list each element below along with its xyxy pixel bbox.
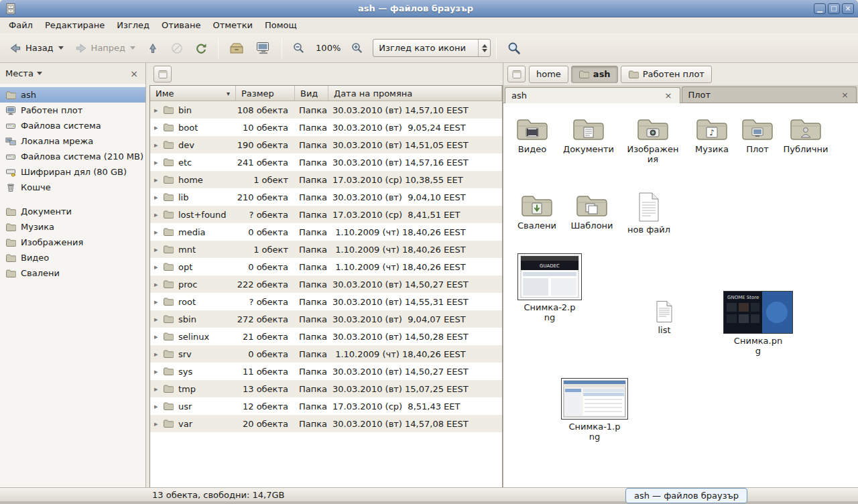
sidebar-item[interactable]: Свалени: [0, 265, 145, 281]
table-row[interactable]: ▸sys11 обектаПапка30.03.2010 (вт) 14,50,…: [150, 363, 502, 380]
path-button[interactable]: Работен плот: [621, 66, 712, 83]
location-toggle-button[interactable]: [507, 66, 526, 82]
minimize-button[interactable]: ▁: [814, 3, 826, 14]
location-toggle-button[interactable]: [154, 66, 172, 82]
expander-icon[interactable]: ▸: [154, 158, 163, 167]
sidebar-item[interactable]: ash: [0, 87, 145, 103]
table-row[interactable]: ▸proc222 обектаПапка30.03.2010 (вт) 14,5…: [150, 275, 502, 293]
home-button[interactable]: [224, 38, 249, 59]
tab-close-icon[interactable]: ×: [840, 90, 850, 100]
menu-item-0[interactable]: Файл: [3, 17, 39, 34]
menu-item-5[interactable]: Помощ: [259, 17, 303, 34]
table-row[interactable]: ▸usr12 обектаПапка17.03.2010 (ср) 8,51,4…: [150, 397, 502, 415]
table-row[interactable]: ▸media0 обектаПапка 1.10.2009 (чт) 18,40…: [150, 223, 502, 241]
search-button[interactable]: [502, 38, 526, 59]
sidebar-item[interactable]: Музика: [0, 219, 145, 235]
column-header[interactable]: Име▾: [150, 86, 236, 101]
expander-icon[interactable]: ▸: [154, 367, 163, 376]
maximize-button[interactable]: □: [828, 3, 840, 14]
menu-item-2[interactable]: Изглед: [111, 17, 156, 34]
titlebar[interactable]: ash — файлов браузър ▁ □ ×: [0, 0, 858, 17]
sidebar-item[interactable]: Файлова система (210 MB): [0, 149, 145, 164]
expander-icon[interactable]: ▸: [154, 193, 163, 202]
sidebar-item[interactable]: Шифриран дял (80 GB): [0, 164, 145, 180]
icon-view-item[interactable]: Снимка-1.png: [561, 378, 628, 442]
table-row[interactable]: ▸mnt1 обектПапка 1.10.2009 (чт) 18,40,26…: [150, 241, 502, 258]
expander-icon[interactable]: ▸: [154, 141, 163, 149]
back-history-dropdown-icon[interactable]: [58, 46, 64, 50]
table-row[interactable]: ▸dev190 обектаПапка30.03.2010 (вт) 14,51…: [150, 136, 502, 153]
expander-icon[interactable]: ▸: [154, 402, 163, 411]
expander-icon[interactable]: ▸: [154, 245, 163, 254]
menu-item-1[interactable]: Редактиране: [39, 17, 111, 34]
forward-history-dropdown-icon[interactable]: [130, 46, 135, 50]
icon-view-item[interactable]: GNOME StoreСнимка.png: [723, 291, 793, 357]
table-row[interactable]: ▸boot10 обектаПапка30.03.2010 (вт) 9,05,…: [150, 119, 502, 136]
close-button[interactable]: ×: [842, 3, 854, 14]
expander-icon[interactable]: ▸: [154, 228, 163, 237]
up-button[interactable]: [141, 38, 164, 58]
table-row[interactable]: ▸home1 обектПапка17.03.2010 (ср) 10,38,5…: [150, 171, 502, 188]
sidebar-item[interactable]: Документи: [0, 204, 145, 219]
table-row[interactable]: ▸sbin272 обектаПапка30.03.2010 (вт) 9,04…: [150, 310, 502, 328]
icon-view-item[interactable]: Изображения: [624, 115, 682, 165]
table-row[interactable]: ▸lib210 обектаПапка30.03.2010 (вт) 9,04,…: [150, 188, 502, 206]
tab[interactable]: Плот×: [682, 86, 857, 103]
sidebar-item[interactable]: Изображения: [0, 235, 145, 250]
computer-button[interactable]: [251, 38, 276, 59]
icon-view-item[interactable]: Документи: [560, 115, 617, 154]
sidebar-item[interactable]: Локална мрежа: [0, 133, 145, 149]
table-row[interactable]: ▸bin108 обектаПапка30.03.2010 (вт) 14,57…: [150, 101, 502, 119]
table-row[interactable]: ▸tmp13 обектаПапка30.03.2010 (вт) 15,07,…: [150, 380, 502, 397]
zoom-out-button[interactable]: [288, 38, 310, 58]
zoom-in-button[interactable]: [346, 38, 369, 58]
sidebar-item[interactable]: Файлова система: [0, 118, 145, 133]
icon-view-item[interactable]: Шаблони: [563, 192, 621, 231]
sidebar-close-button[interactable]: ×: [128, 68, 140, 79]
table-row[interactable]: ▸etc241 обектаПапка30.03.2010 (вт) 14,57…: [150, 153, 502, 171]
expander-icon[interactable]: ▸: [154, 280, 163, 289]
expander-icon[interactable]: ▸: [154, 263, 163, 271]
sidebar-item[interactable]: Видео: [0, 250, 145, 265]
icon-view-item[interactable]: нов файл: [620, 192, 678, 235]
expander-icon[interactable]: ▸: [154, 123, 163, 132]
expander-icon[interactable]: ▸: [154, 350, 163, 359]
expander-icon[interactable]: ▸: [154, 298, 163, 306]
back-button[interactable]: Назад: [4, 38, 68, 58]
icon-view-item[interactable]: Видео: [503, 115, 561, 154]
taskbar-window-button[interactable]: ash — файлов браузър: [625, 488, 747, 503]
table-row[interactable]: ▸var20 обектаПапка30.03.2010 (вт) 14,57,…: [150, 415, 502, 432]
table-row[interactable]: ▸lost+found? обектаПапка17.03.2010 (ср) …: [150, 206, 502, 223]
places-selector[interactable]: Места ×: [0, 63, 145, 84]
expander-icon[interactable]: ▸: [154, 315, 163, 324]
icon-view-item[interactable]: list: [648, 300, 681, 335]
expander-icon[interactable]: ▸: [154, 420, 163, 428]
reload-button[interactable]: [190, 38, 212, 58]
icon-view-item[interactable]: Свалени: [508, 192, 566, 231]
table-row[interactable]: ▸opt0 обектаПапка 1.10.2009 (чт) 18,40,2…: [150, 258, 502, 275]
path-button[interactable]: ash: [571, 66, 618, 83]
expander-icon[interactable]: ▸: [154, 106, 163, 115]
stop-button[interactable]: [166, 38, 188, 58]
column-header[interactable]: Размер: [236, 86, 295, 101]
table-row[interactable]: ▸selinux21 обектаПапка30.03.2010 (вт) 14…: [150, 328, 502, 345]
expander-icon[interactable]: ▸: [154, 385, 163, 393]
tab[interactable]: ash×: [505, 87, 680, 103]
table-row[interactable]: ▸srv0 обектаПапка 1.10.2009 (чт) 18,40,2…: [150, 345, 502, 363]
expander-icon[interactable]: ▸: [154, 210, 163, 219]
icon-view-item[interactable]: Публични: [777, 115, 835, 154]
sidebar-item[interactable]: Кошче: [0, 180, 145, 195]
path-button[interactable]: home: [529, 66, 568, 83]
sidebar-item[interactable]: Работен плот: [0, 103, 145, 118]
column-header[interactable]: Вид: [295, 86, 328, 101]
view-mode-dropdown[interactable]: Изглед като икони: [373, 39, 491, 57]
table-row[interactable]: ▸root? обектаПапка30.03.2010 (вт) 14,55,…: [150, 293, 502, 310]
menu-item-4[interactable]: Отметки: [206, 17, 258, 34]
forward-button[interactable]: Напред: [70, 38, 140, 58]
expander-icon[interactable]: ▸: [154, 176, 163, 184]
column-header[interactable]: Дата на промяна: [328, 86, 502, 101]
tab-close-icon[interactable]: ×: [664, 90, 674, 101]
menu-item-3[interactable]: Отиване: [156, 17, 206, 34]
expander-icon[interactable]: ▸: [154, 332, 163, 341]
icon-view-item[interactable]: GUADECСнимка-2.png: [516, 253, 583, 323]
